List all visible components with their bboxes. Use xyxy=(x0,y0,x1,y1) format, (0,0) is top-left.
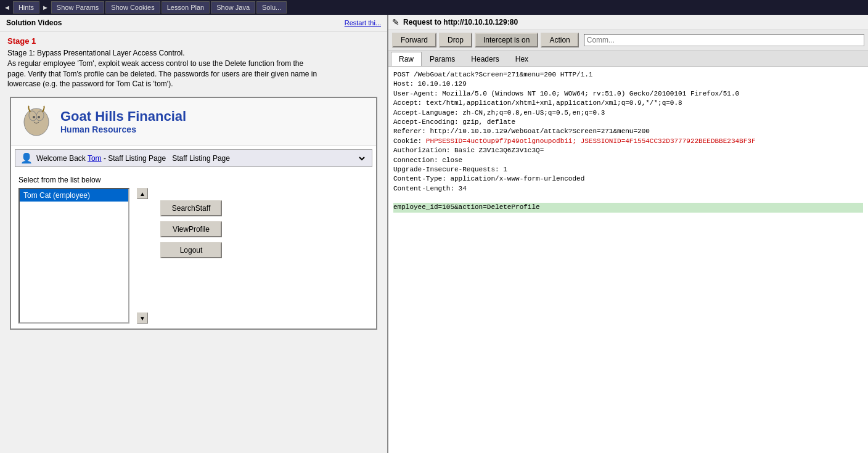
app-header: Goat Hills Financial Human Resources xyxy=(11,98,376,145)
left-header: Solution Videos Restart thi... xyxy=(0,15,387,31)
user-link[interactable]: Tom xyxy=(88,154,102,163)
scroll-controls: ▲ ▼ xyxy=(137,188,148,324)
page-dropdown[interactable]: Staff Listing Page xyxy=(170,153,367,163)
forward-button[interactable]: Forward xyxy=(392,33,436,47)
tabs-bar: Raw Params Headers Hex xyxy=(388,51,868,67)
staff-list[interactable]: Tom Cat (employee) xyxy=(18,188,129,324)
welcome-text: Welcome Back Tom - Staff Listing Page xyxy=(36,154,166,163)
app-frame: Goat Hills Financial Human Resources 👤 W… xyxy=(10,97,377,330)
user-icon: 👤 xyxy=(20,152,33,164)
request-bar: ✎ Request to http://10.10.10.129:80 xyxy=(388,15,868,30)
logout-button[interactable]: Logout xyxy=(160,242,222,258)
action-buttons: SearchStaff ViewProfile Logout xyxy=(160,200,222,258)
goat-logo-svg xyxy=(19,105,53,139)
drop-button[interactable]: Drop xyxy=(439,33,472,47)
staff-select-area: Tom Cat (employee) ▲ ▼ SearchStaff ViewP… xyxy=(18,188,369,324)
toolbar-bar: Forward Drop Intercept is on Action xyxy=(388,30,868,51)
stage-description: Stage 1: Bypass Presentational Layer Acc… xyxy=(7,48,380,89)
request-line xyxy=(393,194,863,203)
request-line: Accept: text/html,application/xhtml+xml,… xyxy=(393,99,863,108)
stage-title: Stage 1 xyxy=(7,36,380,46)
request-line: Accept-Language: zh-CN,zh;q=0.8,en-US;q=… xyxy=(393,108,863,118)
svg-point-3 xyxy=(33,116,35,118)
request-line: Connection: close xyxy=(393,156,863,165)
scroll-up-button[interactable]: ▲ xyxy=(137,188,148,199)
request-line: User-Agent: Mozilla/5.0 (Windows NT 10.0… xyxy=(393,89,863,99)
staff-item[interactable]: Tom Cat (employee) xyxy=(20,189,128,202)
show-java-button[interactable]: Show Java xyxy=(211,1,255,14)
action-button[interactable]: Action xyxy=(541,33,578,47)
request-line: Upgrade-Insecure-Requests: 1 xyxy=(393,165,863,174)
back-arrow[interactable]: ◄ xyxy=(2,4,12,11)
tab-params[interactable]: Params xyxy=(422,52,463,66)
company-name: Goat Hills Financial xyxy=(60,108,186,124)
lesson-plan-button[interactable]: Lesson Plan xyxy=(162,1,210,14)
request-line: Cookie: PHPSESSID=4uctOup9f7p49otlgnoupo… xyxy=(393,137,863,146)
intercept-button[interactable]: Intercept is on xyxy=(475,33,538,47)
restart-link[interactable]: Restart thi... xyxy=(345,19,381,27)
main-layout: Solution Videos Restart thi... Stage 1 S… xyxy=(0,15,868,453)
svg-point-0 xyxy=(24,108,49,136)
logo-text: Goat Hills Financial Human Resources xyxy=(60,108,186,134)
scroll-down-button[interactable]: ▼ xyxy=(137,312,148,324)
request-line: Content-Length: 34 xyxy=(393,184,863,194)
comment-input[interactable] xyxy=(584,34,864,46)
request-url: Request to http://10.10.10.129:80 xyxy=(403,18,518,27)
forward-arrow[interactable]: ► xyxy=(41,4,50,11)
request-line: Referer: http://10.10.10.129/WebGoat/att… xyxy=(393,127,863,136)
stage-desc-line4: lowercase (e.g. the password for Tom Cat… xyxy=(7,80,173,88)
request-line: Host: 10.10.10.129 xyxy=(393,80,863,89)
stage-desc-line3: page. Verify that Tom's profile can be d… xyxy=(7,70,317,78)
solution-videos-title: Solution Videos xyxy=(6,18,62,27)
pencil-icon: ✎ xyxy=(392,17,399,27)
left-content: Stage 1 Stage 1: Bypass Presentational L… xyxy=(0,31,387,453)
welcome-bar: 👤 Welcome Back Tom - Staff Listing Page … xyxy=(15,149,372,167)
cookie-label: Cookie: xyxy=(393,137,426,145)
tab-raw[interactable]: Raw xyxy=(391,52,422,66)
left-panel: Solution Videos Restart thi... Stage 1 S… xyxy=(0,15,387,453)
tab-headers[interactable]: Headers xyxy=(463,52,507,66)
request-line: Authorization: Basic Z3V1c3Q6Z3V1c3Q= xyxy=(393,146,863,155)
dept-name: Human Resources xyxy=(60,124,186,134)
top-nav: ◄ Hints ► Show Params Show Cookies Lesso… xyxy=(0,0,868,15)
svg-point-4 xyxy=(38,116,40,118)
show-cookies-button[interactable]: Show Cookies xyxy=(105,1,160,14)
tab-hex[interactable]: Hex xyxy=(507,52,536,66)
request-body: POST /WebGoat/attack?Screen=271&menu=200… xyxy=(388,67,868,453)
hints-button[interactable]: Hints xyxy=(13,1,39,14)
request-line: Accept-Encoding: gzip, deflate xyxy=(393,118,863,127)
solution-button[interactable]: Solu... xyxy=(256,1,287,14)
select-label: Select from the list below xyxy=(18,176,369,184)
content-area: Select from the list below Tom Cat (empl… xyxy=(11,171,376,329)
staff-list-container: Tom Cat (employee) ▲ ▼ xyxy=(18,188,148,324)
logo-icon xyxy=(17,103,54,140)
view-profile-button[interactable]: ViewProfile xyxy=(160,221,222,237)
right-panel: ✎ Request to http://10.10.10.129:80 Forw… xyxy=(387,15,868,453)
cookie-value: PHPSESSID=4uctOup9f7p49otlgnoupodbii; JS… xyxy=(426,137,756,145)
request-line: POST /WebGoat/attack?Screen=271&menu=200… xyxy=(393,70,863,80)
stage-desc-line1: Stage 1: Bypass Presentational Layer Acc… xyxy=(7,49,185,57)
request-line: Content-Type: application/x-www-form-url… xyxy=(393,174,863,184)
stage-desc-line2: As regular employee 'Tom', exploit weak … xyxy=(7,59,303,68)
request-line: employee_id=105&action=DeleteProfile xyxy=(393,203,863,212)
app-logo: Goat Hills Financial Human Resources xyxy=(17,103,186,140)
show-params-button[interactable]: Show Params xyxy=(51,1,104,14)
search-staff-button[interactable]: SearchStaff xyxy=(160,200,222,216)
